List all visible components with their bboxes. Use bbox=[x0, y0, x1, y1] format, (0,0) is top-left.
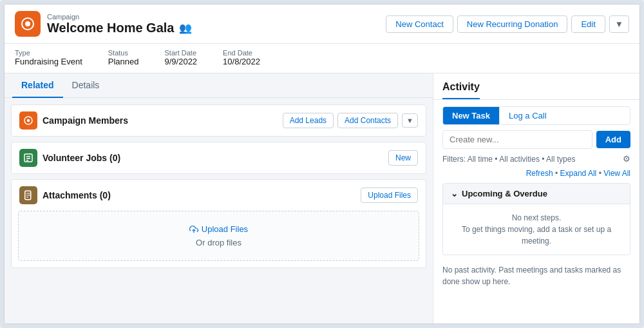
to-get-moving-text: To get things moving, add a task or set … bbox=[451, 224, 622, 247]
attachments-icon bbox=[19, 186, 37, 204]
new-recurring-donation-button[interactable]: New Recurring Donation bbox=[457, 15, 568, 33]
tab-log-call[interactable]: Log a Call bbox=[500, 107, 556, 124]
type-value: Fundraising Event bbox=[15, 57, 82, 66]
start-date-value: 9/9/2022 bbox=[165, 57, 198, 66]
end-date-value: 10/8/2022 bbox=[223, 57, 260, 66]
upload-icon bbox=[189, 225, 198, 234]
filters-text: Filters: All time • All activities • All… bbox=[442, 155, 575, 164]
add-button[interactable]: Add bbox=[596, 131, 630, 148]
volunteer-jobs-title: Volunteer Jobs (0) bbox=[43, 153, 383, 163]
page-title-row: Welcome Home Gala 👥 bbox=[47, 21, 192, 35]
svg-point-1 bbox=[25, 21, 30, 26]
page-title: Welcome Home Gala bbox=[47, 21, 174, 35]
campaign-members-actions: Add Leads Add Contacts ▼ bbox=[283, 113, 418, 128]
campaign-members-title: Campaign Members bbox=[43, 115, 278, 126]
volunteer-jobs-card: Volunteer Jobs (0) New bbox=[11, 142, 426, 174]
upcoming-title: Upcoming & Overdue bbox=[462, 189, 547, 198]
breadcrumb: Campaign bbox=[47, 13, 192, 21]
expand-all-link[interactable]: Expand All bbox=[560, 169, 597, 178]
meta-start-date: Start Date 9/9/2022 bbox=[165, 49, 198, 66]
people-icon[interactable]: 👥 bbox=[179, 22, 192, 34]
volunteer-jobs-icon bbox=[19, 149, 37, 167]
right-panel: Activity New Task Log a Call Add Filters… bbox=[433, 73, 639, 323]
create-new-input[interactable] bbox=[442, 130, 592, 149]
dropdown-button[interactable]: ▼ bbox=[609, 15, 629, 33]
status-label: Status bbox=[108, 49, 139, 57]
meta-type: Type Fundraising Event bbox=[15, 49, 82, 66]
past-activity-note: No past activity. Past meetings and task… bbox=[442, 260, 630, 291]
upcoming-header[interactable]: ⌄ Upcoming & Overdue bbox=[443, 184, 630, 204]
tab-details[interactable]: Details bbox=[63, 73, 109, 98]
header-left: Campaign Welcome Home Gala 👥 bbox=[15, 11, 192, 37]
header: Campaign Welcome Home Gala 👥 New Contact… bbox=[5, 5, 639, 44]
drop-files-text: Or drop files bbox=[196, 238, 242, 247]
links-row: Refresh • Expand All • View All bbox=[442, 169, 630, 178]
app-icon bbox=[15, 11, 41, 37]
campaign-members-header: Campaign Members Add Leads Add Contacts … bbox=[12, 105, 426, 136]
volunteer-jobs-header: Volunteer Jobs (0) New bbox=[12, 142, 426, 173]
campaign-members-icon bbox=[19, 111, 37, 130]
type-label: Type bbox=[15, 49, 82, 57]
upload-files-label: Upload Files bbox=[202, 224, 248, 234]
meta-end-date: End Date 10/8/2022 bbox=[223, 49, 260, 66]
new-contact-button[interactable]: New Contact bbox=[386, 15, 453, 33]
no-steps-text: No next steps. bbox=[451, 212, 622, 224]
tab-related[interactable]: Related bbox=[12, 73, 63, 98]
chevron-down-icon: ⌄ bbox=[451, 189, 458, 198]
end-date-label: End Date bbox=[223, 49, 260, 57]
upcoming-body: No next steps. To get things moving, add… bbox=[443, 204, 630, 255]
upload-files-button[interactable]: Upload Files bbox=[189, 224, 248, 234]
edit-button[interactable]: Edit bbox=[571, 15, 605, 33]
create-new-row: Add bbox=[442, 130, 630, 149]
svg-point-3 bbox=[27, 119, 30, 122]
header-actions: New Contact New Recurring Donation Edit … bbox=[386, 15, 629, 33]
attachments-title: Attachments (0) bbox=[43, 190, 355, 200]
gear-icon[interactable]: ⚙ bbox=[623, 154, 630, 164]
view-all-link[interactable]: View All bbox=[603, 169, 630, 178]
attachments-actions: Upload Files bbox=[361, 188, 418, 203]
filters-row: Filters: All time • All activities • All… bbox=[442, 154, 630, 164]
refresh-link[interactable]: Refresh bbox=[526, 169, 553, 178]
header-title-group: Campaign Welcome Home Gala 👥 bbox=[47, 13, 192, 35]
activity-header: Activity bbox=[433, 73, 639, 100]
start-date-label: Start Date bbox=[165, 49, 198, 57]
activity-tabs: New Task Log a Call bbox=[442, 106, 630, 125]
attachments-header: Attachments (0) Upload Files bbox=[12, 180, 426, 211]
meta-status: Status Planned bbox=[108, 49, 139, 66]
campaign-members-card: Campaign Members Add Leads Add Contacts … bbox=[11, 104, 426, 137]
tabs: Related Details bbox=[5, 73, 433, 98]
tab-new-task[interactable]: New Task bbox=[443, 107, 500, 124]
upcoming-section: ⌄ Upcoming & Overdue No next steps. To g… bbox=[442, 183, 630, 255]
activity-content: New Task Log a Call Add Filters: All tim… bbox=[433, 100, 639, 323]
upload-drop-area[interactable]: Upload Files Or drop files bbox=[18, 211, 419, 261]
main-content: Related Details Campa bbox=[5, 73, 639, 323]
upload-files-header-button[interactable]: Upload Files bbox=[361, 188, 418, 203]
activity-title: Activity bbox=[442, 81, 480, 99]
left-content: Campaign Members Add Leads Add Contacts … bbox=[5, 98, 433, 323]
add-leads-button[interactable]: Add Leads bbox=[283, 113, 334, 128]
status-value: Planned bbox=[108, 57, 139, 66]
left-panel: Related Details Campa bbox=[5, 73, 433, 323]
campaign-members-dropdown[interactable]: ▼ bbox=[402, 113, 418, 128]
add-contacts-button[interactable]: Add Contacts bbox=[337, 113, 398, 128]
volunteer-jobs-actions: New bbox=[388, 150, 418, 166]
meta-row: Type Fundraising Event Status Planned St… bbox=[5, 44, 639, 73]
attachments-card: Attachments (0) Upload Files bbox=[11, 179, 426, 268]
volunteer-jobs-new-button[interactable]: New bbox=[388, 150, 418, 166]
